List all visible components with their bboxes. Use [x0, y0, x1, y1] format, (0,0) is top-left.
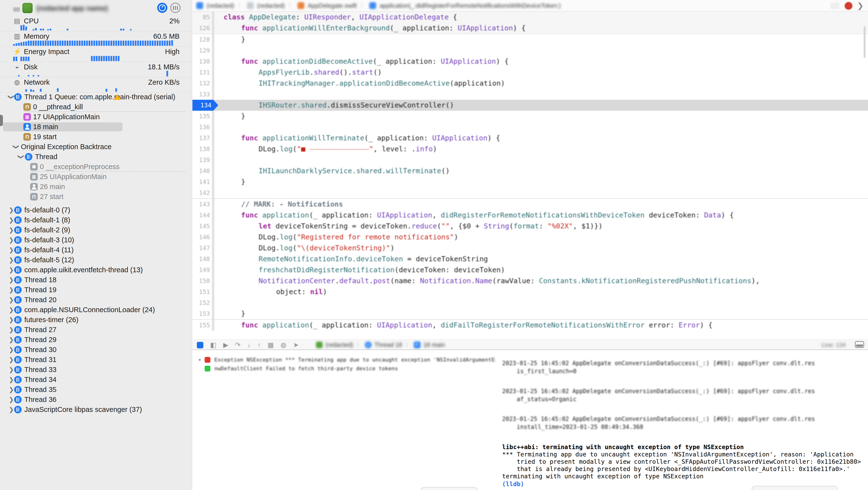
- thread-row[interactable]: ❯futures-timer (26): [0, 315, 192, 325]
- gauge-disk[interactable]: ◒Disk18.1 MB/s: [0, 62, 192, 78]
- code-line[interactable]: 143// MARK: - Notifications: [192, 199, 868, 210]
- code-line[interactable]: 155func application(_ application: UIApp…: [192, 320, 868, 331]
- stack-frame-row[interactable]: ≣17 UIApplicationMain: [0, 112, 192, 122]
- columns-icon[interactable]: [170, 3, 181, 13]
- thread-row[interactable]: ❯Thread 31: [0, 355, 192, 365]
- thread-row[interactable]: ❯Thread 33: [0, 365, 192, 375]
- code-line[interactable]: 85class AppDelegate: UIResponder, UIAppl…: [192, 12, 868, 23]
- thread-row[interactable]: ❯com.apple.NSURLConnectionLoader (24): [0, 305, 192, 315]
- code-line[interactable]: 146DLog.log("Registered for remote notif…: [192, 232, 868, 243]
- code-line[interactable]: 129: [192, 45, 868, 56]
- drag-handle[interactable]: [0, 115, 3, 126]
- stack-frame-row[interactable]: ≣25 UIApplicationMain: [0, 172, 192, 182]
- forward-chevron-icon[interactable]: ❯: [857, 1, 864, 10]
- thread-row[interactable]: ❯com.apple.uikit.eventfetch-thread (13): [0, 265, 192, 275]
- breadcrumb-item[interactable]: (redacted): [257, 2, 285, 9]
- thread-row[interactable]: ❯fs-default-4 (11): [0, 245, 192, 255]
- code-line[interactable]: 141}: [192, 176, 868, 187]
- thread-row[interactable]: ❯fs-default-1 (8): [0, 215, 192, 225]
- continue-icon[interactable]: ▶: [223, 341, 228, 349]
- debug-jump-item[interactable]: (redacted): [326, 341, 353, 348]
- code-line[interactable]: 136: [192, 122, 868, 132]
- chevron-right-icon[interactable]: ❯: [9, 375, 14, 385]
- breadcrumb-item[interactable]: application(_:didRegisterForRemoteNotifi…: [379, 2, 561, 9]
- code-line[interactable]: 128}: [192, 34, 868, 45]
- thread-row[interactable]: ❯Thread 29: [0, 335, 192, 345]
- console-output[interactable]: libc++abi: terminating with uncaught exc…: [495, 350, 868, 490]
- code-line[interactable]: 138DLog.log("■ ——————————————", level: .…: [192, 144, 868, 154]
- thread-row[interactable]: ❯Thread 36: [0, 395, 192, 405]
- thread-row[interactable]: ❯Thread 34: [0, 375, 192, 385]
- chevron-right-icon[interactable]: ❯: [9, 345, 14, 355]
- thread-row[interactable]: ❯Thread 20: [0, 295, 192, 305]
- console-issue-row[interactable]: Exception NSException *** Terminating ap…: [192, 356, 495, 364]
- code-line[interactable]: 132IHITrackingManager.applicationDidBeco…: [192, 78, 868, 89]
- thread-row[interactable]: ❯fs-default-2 (9): [0, 225, 192, 235]
- thread-row[interactable]: ❯Thread 18: [0, 275, 192, 285]
- chevron-right-icon[interactable]: ❯: [9, 395, 14, 405]
- view-hierarchy-icon[interactable]: ▦: [268, 341, 274, 349]
- chevron-right-icon[interactable]: ❯: [9, 335, 14, 345]
- code-line[interactable]: 137func applicationWillTerminate(_ appli…: [192, 132, 868, 144]
- chevron-right-icon[interactable]: ❯: [9, 225, 14, 235]
- code-line[interactable]: 148RemoteNotificationInfo.deviceToken = …: [192, 253, 868, 265]
- lldb-prompt[interactable]: (lldb): [502, 481, 524, 488]
- code-line-selected[interactable]: 134IHSRouter.shared.dismissSecureViewCon…: [192, 100, 868, 111]
- code-line[interactable]: 140IHILaunchDarklyService.shared.willTer…: [192, 165, 868, 176]
- chevron-right-icon[interactable]: ❯: [9, 325, 14, 335]
- thread-row[interactable]: ❯Thread 35: [0, 385, 192, 395]
- debug-jump-bar[interactable]: (redacted)〉Thread 18〉18 main: [316, 341, 445, 349]
- simulate-location-icon[interactable]: ➤: [293, 341, 299, 349]
- error-badge[interactable]: [845, 2, 852, 10]
- code-line[interactable]: 153}: [192, 308, 868, 319]
- chevron-right-icon[interactable]: ❯: [9, 305, 14, 315]
- console-issue-row[interactable]: nwDefaultClient Failed to fetch third-pa…: [192, 364, 495, 373]
- console-issue-list[interactable]: Exception NSException *** Terminating ap…: [192, 350, 495, 490]
- chevron-right-icon[interactable]: ❯: [9, 405, 14, 415]
- chevron-right-icon[interactable]: ❯: [9, 365, 14, 375]
- debug-jump-item[interactable]: 18 main: [423, 341, 445, 348]
- thread-row[interactable]: ❯JavaScriptCore libpas scavenger (37): [0, 405, 192, 415]
- thread-row[interactable]: ❯Thread 19: [0, 285, 192, 295]
- thread-row[interactable]: ❯fs-default-5 (12): [0, 255, 192, 265]
- stack-frame-row[interactable]: Π27 start: [0, 192, 192, 202]
- chevron-right-icon[interactable]: ❯: [9, 315, 14, 325]
- breakpoint-arrow[interactable]: 134: [192, 100, 218, 111]
- code-line[interactable]: 145let deviceTokenString = deviceToken.r…: [192, 221, 868, 232]
- stack-frame-row[interactable]: 26 main: [0, 182, 192, 192]
- hide-console-icon[interactable]: [197, 342, 204, 348]
- stack-frame-row[interactable]: Π0 __pthread_kill: [0, 102, 192, 112]
- code-line[interactable]: 149freshchatDidRegisterNotification(devi…: [192, 265, 868, 275]
- code-line[interactable]: 130func applicationDidBecomeActive(_ app…: [192, 56, 868, 67]
- editor-scrollbar[interactable]: [864, 26, 866, 58]
- gauge-energy-impact[interactable]: ⚡Energy ImpactHigh: [0, 47, 192, 62]
- code-line[interactable]: 131AppsFlyerLib.shared().start(): [192, 67, 868, 78]
- chevron-right-icon[interactable]: ❯: [9, 385, 14, 395]
- code-line[interactable]: 126func applicationWillEnterBackground(_…: [192, 23, 868, 34]
- chevron-right-icon[interactable]: ❯: [9, 295, 14, 305]
- debug-jump-item[interactable]: Thread 18: [374, 341, 402, 348]
- step-out-icon[interactable]: ↑: [257, 341, 261, 349]
- code-line[interactable]: 139: [192, 154, 868, 165]
- chevron-right-icon[interactable]: ❯: [9, 205, 14, 215]
- chevron-right-icon[interactable]: ❯: [9, 215, 14, 225]
- breadcrumb-item[interactable]: (redacted): [207, 2, 234, 9]
- code-line[interactable]: 133: [192, 89, 868, 100]
- code-line[interactable]: 142: [192, 187, 868, 198]
- chevron-right-icon[interactable]: ❯: [9, 355, 14, 365]
- gauge-memory[interactable]: ▥Memory60.5 MB: [0, 31, 192, 47]
- source-editor[interactable]: 85class AppDelegate: UIResponder, UIAppl…: [192, 12, 868, 339]
- code-line[interactable]: 135}: [192, 111, 868, 122]
- chevron-right-icon[interactable]: ❯: [9, 255, 14, 265]
- thread-row[interactable]: ❯Thread: [0, 152, 192, 162]
- toggle-debug-area-icon[interactable]: [855, 341, 864, 348]
- gauge-cpu[interactable]: ▤CPU2%: [0, 16, 192, 31]
- stack-frame-row[interactable]: 18 main: [0, 122, 192, 132]
- step-over-icon[interactable]: ↷: [235, 341, 241, 349]
- chevron-down-icon[interactable]: ❯: [11, 144, 21, 149]
- thread-row[interactable]: ❯Thread 30: [0, 345, 192, 355]
- thread-row[interactable]: ❯Thread 1 Queue: com.apple.main-thread (…: [0, 92, 192, 102]
- gauge-icon[interactable]: [157, 3, 167, 13]
- code-line[interactable]: 147DLog.log("\(deviceTokenString)"): [192, 243, 868, 253]
- breadcrumb-item[interactable]: AppDelegate.swift: [308, 2, 357, 9]
